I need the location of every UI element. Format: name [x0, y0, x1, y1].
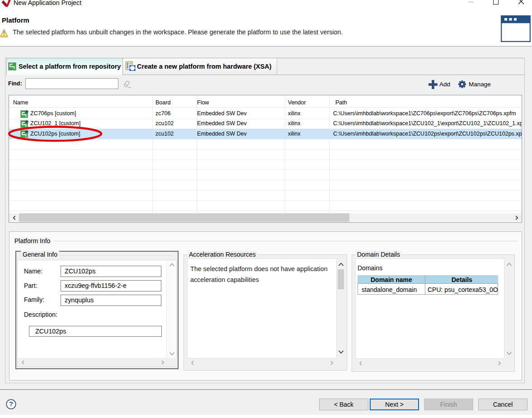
- svg-text:?: ?: [9, 400, 13, 408]
